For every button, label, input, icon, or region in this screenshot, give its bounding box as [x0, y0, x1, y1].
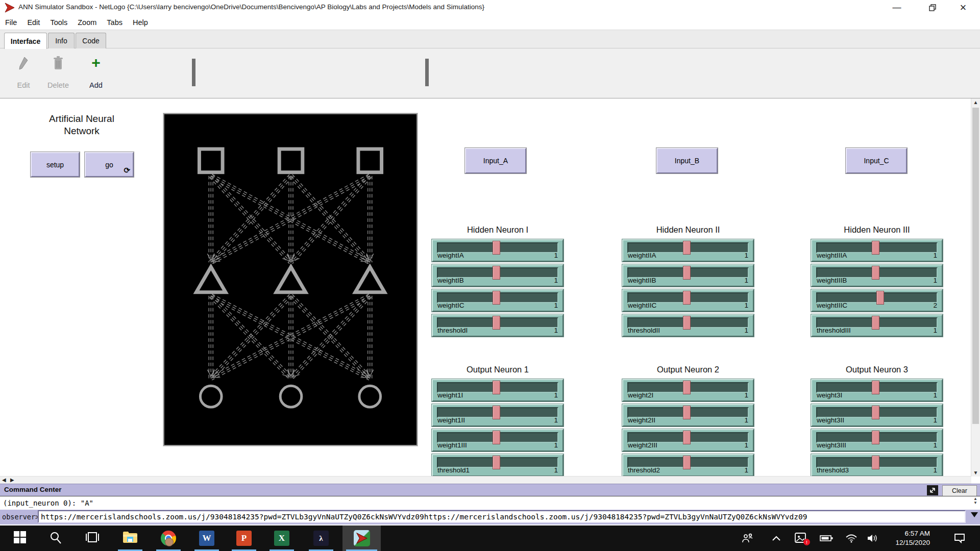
tab-code[interactable]: Code	[76, 33, 106, 48]
slider-weight3II[interactable]: weight3II1	[811, 404, 943, 427]
slider-thumb[interactable]	[872, 456, 879, 469]
slider-thumb[interactable]	[872, 316, 879, 330]
scroll-up-icon[interactable]: ▲	[971, 99, 980, 105]
slider-thumb[interactable]	[493, 266, 500, 280]
taskbar-app-excel[interactable]: X	[266, 525, 298, 551]
menu-item-help[interactable]: Help	[128, 18, 153, 27]
input-button-input_a[interactable]: Input_A	[465, 148, 526, 173]
slider-thumb[interactable]	[872, 266, 879, 280]
command-center-resize-button[interactable]	[927, 485, 938, 495]
horizontal-scrollbar[interactable]: ◀ ▶	[0, 476, 971, 484]
slider-thumb[interactable]	[493, 241, 500, 255]
slider-weight2II[interactable]: weight2II1	[622, 404, 754, 427]
net-link	[210, 294, 369, 377]
slider-thumb[interactable]	[872, 241, 879, 255]
slider-thumb[interactable]	[493, 456, 500, 469]
taskbar-app-acrobat[interactable]: λ	[305, 525, 337, 551]
slider-weightIC[interactable]: weightIC1	[432, 289, 564, 312]
tray-notification-app-icon[interactable]: !	[792, 525, 811, 551]
tab-interface[interactable]: Interface	[4, 33, 47, 49]
slider-thumb[interactable]	[683, 406, 691, 419]
vertical-scrollbar-thumb[interactable]	[972, 108, 979, 424]
slider-weight3III[interactable]: weight3III1	[811, 429, 943, 452]
slider-thumb[interactable]	[493, 431, 500, 444]
tab-info[interactable]: Info	[48, 33, 75, 48]
taskbar-app-search[interactable]	[40, 525, 71, 551]
clear-button[interactable]: Clear	[942, 485, 977, 496]
slider-thumb[interactable]	[872, 381, 879, 394]
menu-item-file[interactable]: File	[0, 18, 22, 27]
menu-item-tools[interactable]: Tools	[45, 18, 72, 27]
slider-thresholdII[interactable]: thresholdII1	[622, 314, 754, 337]
input-button-input_c[interactable]: Input_C	[846, 148, 907, 173]
slider-weight3I[interactable]: weight3I1	[811, 379, 943, 402]
scroll-left-icon[interactable]: ◀	[2, 477, 6, 483]
setup-button[interactable]: setup	[31, 152, 80, 177]
slider-thumb[interactable]	[872, 406, 879, 419]
taskbar-clock[interactable]: 6:57 AM 12/15/2020	[874, 529, 930, 547]
slider-thumb[interactable]	[493, 316, 500, 330]
add-button[interactable]: + Add	[80, 56, 112, 89]
slider-thumb[interactable]	[683, 456, 691, 469]
menu-item-edit[interactable]: Edit	[22, 18, 45, 27]
slider-thumb[interactable]	[683, 266, 691, 280]
slider-weight1I[interactable]: weight1I1	[432, 379, 564, 402]
vertical-scrollbar[interactable]: ▲ ▼	[971, 98, 980, 477]
scroll-right-icon[interactable]: ▶	[10, 477, 14, 483]
close-button[interactable]: ×	[951, 0, 975, 15]
slider-thumb[interactable]	[493, 381, 500, 394]
tray-wifi-icon[interactable]	[842, 525, 861, 551]
scroll-down-icon[interactable]: ▼	[971, 470, 980, 475]
slider-weightIIIC[interactable]: weightIIIC2	[811, 289, 943, 312]
menu-item-zoom[interactable]: Zoom	[72, 18, 102, 27]
taskbar-app-start[interactable]	[4, 525, 36, 551]
tray-battery-icon[interactable]	[817, 525, 836, 551]
slider-thumb[interactable]	[683, 291, 691, 305]
taskbar-app-chrome[interactable]	[153, 525, 184, 551]
delete-button[interactable]: Delete	[42, 56, 75, 89]
slider-weightIB[interactable]: weightIB1	[432, 264, 564, 287]
slider-thumb[interactable]	[683, 241, 691, 255]
menu-item-tabs[interactable]: Tabs	[102, 18, 128, 27]
slider-thumb[interactable]	[493, 291, 500, 305]
edit-button[interactable]: Edit	[7, 56, 40, 89]
command-input[interactable]: https://mercerislandschools.zoom.us/j/93…	[38, 510, 966, 523]
world-view-canvas[interactable]	[163, 113, 418, 446]
slider-thresholdI[interactable]: thresholdI1	[432, 314, 564, 337]
slider-thumb[interactable]	[872, 431, 879, 444]
tray-chevron-up-icon[interactable]	[767, 525, 786, 551]
minimize-button[interactable]: —	[885, 0, 909, 15]
slider-thumb[interactable]	[493, 406, 500, 419]
slider-weight1III[interactable]: weight1III1	[432, 429, 564, 452]
go-button[interactable]: go ⟳	[85, 152, 134, 177]
slider-weightIIIA[interactable]: weightIIIA1	[811, 239, 943, 262]
slider-threshold1[interactable]: threshold11	[432, 454, 564, 477]
slider-weight1II[interactable]: weight1II1	[432, 404, 564, 427]
slider-weightIIC[interactable]: weightIIC1	[622, 289, 754, 312]
tray-action-center-icon[interactable]	[950, 525, 969, 551]
taskbar-app-file-explorer[interactable]	[114, 525, 146, 551]
slider-weight2I[interactable]: weight2I1	[622, 379, 754, 402]
output-scrollbar[interactable]: ▲▼	[972, 497, 979, 508]
slider-thumb[interactable]	[876, 291, 884, 305]
slider-threshold3[interactable]: threshold31	[811, 454, 943, 477]
slider-thumb[interactable]	[683, 316, 691, 330]
slider-thresholdIII[interactable]: thresholdIII1	[811, 314, 943, 337]
slider-weightIIIB[interactable]: weightIIIB1	[811, 264, 943, 287]
slider-weightIIA[interactable]: weightIIA1	[622, 239, 754, 262]
taskbar-app-netlogo[interactable]	[342, 525, 381, 551]
taskbar-app-powerpoint[interactable]: P	[228, 525, 260, 551]
slider-threshold2[interactable]: threshold21	[622, 454, 754, 477]
slider-thumb[interactable]	[683, 381, 691, 394]
command-history-dropdown-icon[interactable]	[971, 512, 978, 517]
slider-thumb[interactable]	[683, 431, 691, 444]
taskbar-app-task-view[interactable]	[77, 525, 108, 551]
slider-value: 1	[933, 466, 937, 474]
tray-people-icon[interactable]	[739, 525, 757, 551]
slider-weightIIB[interactable]: weightIIB1	[622, 264, 754, 287]
taskbar-app-word[interactable]: W	[191, 525, 223, 551]
input-button-input_b[interactable]: Input_B	[656, 148, 718, 173]
restore-button[interactable]	[921, 0, 944, 15]
slider-weightIA[interactable]: weightIA1	[432, 239, 564, 262]
slider-weight2III[interactable]: weight2III1	[622, 429, 754, 452]
